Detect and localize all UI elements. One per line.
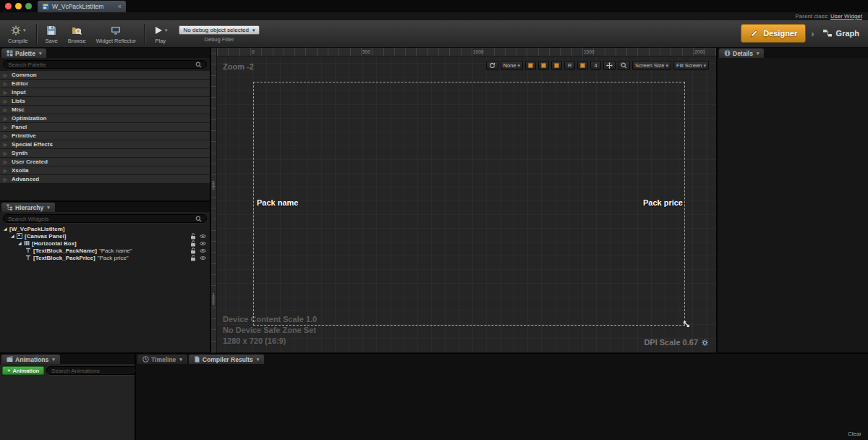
- tab-animations[interactable]: Animations ▾: [1, 355, 60, 364]
- hierarchy-search[interactable]: [3, 214, 207, 223]
- tab-details[interactable]: Details ▾: [719, 48, 764, 58]
- expander-icon[interactable]: ▷: [4, 160, 8, 164]
- expander-icon[interactable]: ▷: [4, 99, 8, 103]
- rotation-snap-button[interactable]: R: [564, 61, 575, 70]
- palette-category-misc[interactable]: ▷Misc: [0, 106, 210, 114]
- clear-button[interactable]: Clear: [848, 431, 861, 437]
- fill-screen-dropdown[interactable]: Fill Screen ▾: [673, 61, 709, 70]
- preview-zoom-button[interactable]: [618, 61, 630, 70]
- gear-icon: [10, 25, 22, 36]
- tree-row-horizontal-box[interactable]: ◢ [Horizontal Box]: [0, 240, 210, 247]
- resize-handle-icon[interactable]: [682, 318, 691, 331]
- designer-canvas[interactable]: 0 500 1000 1500 2000 500 1000 Zoom -2 No…: [211, 48, 716, 352]
- ruler-mark: 1000: [473, 49, 483, 54]
- palette-search-input[interactable]: [8, 62, 192, 68]
- tab-options-icon[interactable]: ▾: [179, 357, 182, 363]
- palette-category-common[interactable]: ▷Common: [0, 71, 210, 80]
- tab-timeline[interactable]: Timeline ▾: [137, 355, 187, 364]
- maximize-window-button[interactable]: [25, 3, 32, 9]
- asset-tab[interactable]: W_VcPackListItem ×: [38, 1, 126, 12]
- pack-price-textblock[interactable]: Pack price: [643, 198, 683, 207]
- debug-object-dropdown[interactable]: No debug object selected ▾: [179, 25, 260, 35]
- visibility-eye-icon[interactable]: [200, 241, 206, 246]
- compile-button[interactable]: ▾ Compile: [3, 22, 33, 46]
- expander-icon[interactable]: ◢: [18, 241, 22, 245]
- lock-icon[interactable]: [190, 233, 196, 240]
- expander-icon[interactable]: ▷: [4, 169, 8, 173]
- palette-category-advanced[interactable]: ▷Advanced: [0, 175, 210, 184]
- design-preview-area[interactable]: Pack name Pack price: [253, 82, 685, 326]
- outline-toggle-icon: [528, 63, 533, 68]
- pack-name-textblock[interactable]: Pack name: [257, 198, 298, 207]
- palette-category-special-effects[interactable]: ▷Special Effects: [0, 140, 210, 149]
- palette-category-primitive[interactable]: ▷Primitive: [0, 132, 210, 140]
- graph-mode-button[interactable]: Graph: [820, 28, 862, 38]
- lock-icon[interactable]: [190, 240, 196, 247]
- toggle-lock-button[interactable]: [538, 61, 549, 70]
- expander-icon[interactable]: ▷: [4, 143, 8, 147]
- palette-category-user-created[interactable]: ▷User Created: [0, 158, 210, 166]
- details-info-icon: [724, 50, 731, 56]
- lock-icon[interactable]: [190, 255, 196, 261]
- expander-icon[interactable]: ▷: [4, 82, 8, 86]
- tab-options-icon[interactable]: ▾: [52, 357, 55, 363]
- palette-category-xsolla[interactable]: ▷Xsolla: [0, 166, 210, 175]
- palette-category-editor[interactable]: ▷Editor: [0, 80, 210, 88]
- browse-button[interactable]: Browse: [63, 22, 91, 46]
- grid-size-button[interactable]: 4: [590, 61, 601, 70]
- save-button[interactable]: Save: [41, 22, 63, 46]
- compile-dropdown-icon[interactable]: ▾: [23, 28, 26, 33]
- expander-icon[interactable]: ▷: [4, 134, 8, 138]
- toggle-grid-snap-button[interactable]: [551, 61, 562, 70]
- palette-search[interactable]: [3, 60, 207, 69]
- tab-palette[interactable]: Palette ▾: [1, 48, 46, 58]
- tab-options-icon[interactable]: ▾: [39, 51, 42, 56]
- expander-icon[interactable]: ▷: [4, 151, 8, 156]
- localization-preview-button[interactable]: [486, 61, 498, 70]
- expander-icon[interactable]: ◢: [4, 227, 8, 231]
- animations-search-input[interactable]: [51, 368, 131, 374]
- expander-icon[interactable]: ▷: [4, 125, 8, 130]
- parent-class-link[interactable]: User Widget: [830, 13, 862, 20]
- tab-hierarchy[interactable]: Hierarchy ▾: [1, 203, 55, 212]
- tree-row-canvas-panel[interactable]: ◢ [Canvas Panel]: [0, 232, 210, 240]
- dpi-settings-gear-icon[interactable]: [701, 339, 709, 347]
- tab-options-icon[interactable]: ▾: [257, 357, 260, 363]
- hierarchy-search-input[interactable]: [8, 216, 192, 222]
- visibility-eye-icon[interactable]: [200, 255, 206, 261]
- close-window-button[interactable]: [5, 3, 12, 9]
- palette-category-synth[interactable]: ▷Synth: [0, 149, 210, 158]
- tab-options-icon[interactable]: ▾: [757, 51, 760, 56]
- transform-widget-button[interactable]: [603, 61, 616, 70]
- play-button[interactable]: ▾ Play: [148, 22, 173, 46]
- close-tab-icon[interactable]: ×: [118, 4, 122, 10]
- screen-size-dropdown[interactable]: Screen Size ▾: [632, 61, 671, 70]
- expander-icon[interactable]: ▷: [4, 73, 8, 77]
- palette-category-panel[interactable]: ▷Panel: [0, 123, 210, 132]
- animations-search[interactable]: [46, 366, 145, 375]
- tab-options-icon[interactable]: ▾: [47, 205, 50, 211]
- palette-category-input[interactable]: ▷Input: [0, 88, 210, 97]
- toggle-outlines-button[interactable]: [525, 61, 536, 70]
- expander-icon[interactable]: ▷: [4, 117, 8, 121]
- expander-icon[interactable]: ▷: [4, 90, 8, 95]
- visibility-eye-icon[interactable]: [200, 248, 206, 253]
- toggle-snap-button[interactable]: [577, 61, 588, 70]
- tree-row-textblock-packprice[interactable]: [TextBlock_PackPrice] "Pack price": [0, 254, 210, 261]
- play-dropdown-icon[interactable]: ▾: [165, 28, 168, 33]
- designer-mode-button[interactable]: Designer: [741, 24, 806, 43]
- palette-category-optimization[interactable]: ▷Optimization: [0, 114, 210, 123]
- tab-compiler-results[interactable]: Compiler Results ▾: [189, 355, 264, 364]
- tree-row-root[interactable]: ◢ [W_VcPackListItem]: [0, 225, 210, 232]
- lock-icon[interactable]: [190, 248, 196, 254]
- minimize-window-button[interactable]: [15, 3, 22, 9]
- tree-row-textblock-packname[interactable]: [TextBlock_PackName] "Pack name": [0, 247, 210, 254]
- expander-icon[interactable]: ◢: [11, 234, 15, 238]
- widget-reflector-button[interactable]: Widget Reflector: [91, 22, 141, 46]
- expander-icon[interactable]: ▷: [4, 108, 8, 112]
- localization-none-dropdown[interactable]: None ▾: [501, 61, 523, 70]
- expander-icon[interactable]: ▷: [4, 177, 8, 182]
- palette-category-lists[interactable]: ▷Lists: [0, 97, 210, 106]
- add-animation-button[interactable]: + Animation: [2, 366, 44, 375]
- visibility-eye-icon[interactable]: [200, 234, 206, 239]
